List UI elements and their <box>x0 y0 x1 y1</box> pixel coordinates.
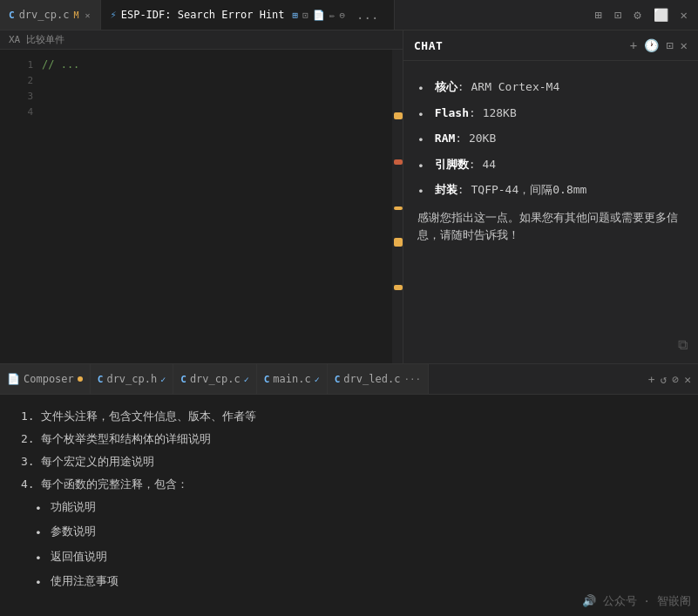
sub-item-1: • 功能说明 <box>35 498 681 518</box>
bullet-dot: • <box>35 549 42 568</box>
label-ram: RAM <box>435 132 455 145</box>
editor-content[interactable]: 1 // ... 2 3 4 <box>0 50 403 363</box>
item-number: 2 <box>21 432 28 445</box>
composer-icon: 📄 <box>7 373 20 385</box>
item-number: 4 <box>21 477 28 491</box>
ellipsis-icon: ··· <box>403 374 421 385</box>
bottom-tab-composer[interactable]: 📄 Composer <box>0 364 91 394</box>
sub-item-4: • 使用注意事项 <box>35 572 681 592</box>
top-bar: C drv_cp.c M ✕ ⚡ ESP-IDF: Search Error H… <box>0 0 698 30</box>
value-ram: 20KB <box>469 132 496 145</box>
tab-label: ESP-IDF: Search Error Hint <box>121 9 285 21</box>
chat-content[interactable]: • 核心: ARM Cortex-M4 • Flash: 128KB • RAM… <box>403 61 698 363</box>
tab-tools-icon: ⊞ <box>293 10 299 21</box>
sub-text: 返回值说明 <box>51 547 107 566</box>
add-chat-icon[interactable]: + <box>630 38 637 52</box>
c-icon: C <box>264 374 270 385</box>
tab-label: drv_cp.c <box>190 373 241 385</box>
refresh-icon[interactable]: ↺ <box>661 373 668 386</box>
editor-title: XA 比较单件 <box>0 30 403 50</box>
bullet-dot: • <box>417 106 424 124</box>
value-package: TQFP-44，间隔0.8mm <box>471 183 586 196</box>
add-tab-icon[interactable]: + <box>648 373 655 386</box>
tab-close[interactable]: ✕ <box>83 10 91 21</box>
scroll-marker-orange <box>394 159 403 165</box>
bullet-dot: • <box>417 132 424 149</box>
tab-split-icon: ⊖ <box>339 10 345 21</box>
tab-modified-marker: M <box>73 10 78 20</box>
columns-icon[interactable]: ⊡ <box>611 6 625 24</box>
settings-icon[interactable]: ⚙ <box>630 6 644 24</box>
c-icon: C <box>9 10 15 21</box>
close-panel-icon[interactable]: ✕ <box>684 373 691 386</box>
item-text: 文件头注释，包含文件信息、版本、作者等 <box>41 410 256 423</box>
expand-icon[interactable]: ⊡ <box>666 38 673 52</box>
grid-icon[interactable]: ⊞ <box>591 6 605 24</box>
bullet-package: • 封装: TQFP-44，间隔0.8mm <box>417 181 684 200</box>
label-package: 封装 <box>435 183 457 196</box>
bullet-pins: • 引脚数: 44 <box>417 156 684 175</box>
label-flash: Flash <box>435 106 469 119</box>
check-icon: ✓ <box>315 375 320 384</box>
scroll-indicator <box>392 50 403 363</box>
chat-header: CHAT + 🕐 ⊡ ✕ <box>403 30 698 61</box>
chat-title: CHAT <box>414 39 630 52</box>
tab-area: C drv_cp.c M ✕ ⚡ ESP-IDF: Search Error H… <box>0 0 584 30</box>
bottom-tabs: 📄 Composer C drv_cp.h ✓ C drv_cp.c ✓ C m… <box>0 364 698 395</box>
value-flash: 128KB <box>483 106 517 119</box>
c-icon: C <box>335 374 341 385</box>
item-text: 每个函数的完整注释，包含： <box>41 477 188 491</box>
c-icon: C <box>180 374 186 385</box>
bullet-dot: • <box>417 183 424 200</box>
tab-label: drv_led.c <box>343 373 400 385</box>
sub-item-2: • 参数说明 <box>35 522 681 543</box>
tab-doc-icon: 📄 <box>313 10 325 21</box>
bullet-flash: • Flash: 128KB <box>417 105 684 124</box>
chat-footer-text: 感谢您指出这一点。如果您有其他问题或需要更多信息，请随时告诉我！ <box>417 209 684 246</box>
sub-item-3: • 返回值说明 <box>35 547 681 568</box>
scroll-marker-yellow2 <box>394 206 403 210</box>
bottom-tab-main-c[interactable]: C main.c ✓ <box>257 364 328 394</box>
chat-message: • 核心: ARM Cortex-M4 • Flash: 128KB • RAM… <box>417 78 684 245</box>
list-item-2: 2. 每个枚举类型和结构体的详细说明 <box>17 430 681 449</box>
list-item-4: 4. 每个函数的完整注释，包含： <box>17 475 681 494</box>
tab-drv-cp-c[interactable]: C drv_cp.c M ✕ <box>0 0 101 30</box>
sub-text: 功能说明 <box>51 498 96 517</box>
scroll-marker-yellow4 <box>394 285 403 290</box>
tab-esp-idf[interactable]: ⚡ ESP-IDF: Search Error Hint ⊞ ⊡ 📄 ✏ ⊖ .… <box>101 0 395 30</box>
item-text: 每个宏定义的用途说明 <box>41 455 154 468</box>
tab-dot <box>78 376 83 382</box>
bottom-tab-drv-cp-h[interactable]: C drv_cp.h ✓ <box>91 364 173 394</box>
list-item-1: 1. 文件头注释，包含文件信息、版本、作者等 <box>17 407 681 426</box>
scroll-marker-yellow3 <box>394 238 403 247</box>
bullet-dot: • <box>35 573 42 592</box>
main-area: XA 比较单件 1 // ... 2 3 4 <box>0 30 698 363</box>
bullet-dot: • <box>35 499 42 518</box>
esp-idf-icon: ⚡ <box>110 9 116 21</box>
value-pins: 44 <box>482 158 496 171</box>
check-icon: ✓ <box>160 375 166 384</box>
item-number: 3 <box>21 455 28 468</box>
code-line: 2 <box>0 72 403 88</box>
scroll-marker-yellow <box>394 112 403 119</box>
editor-title-text: XA 比较单件 <box>9 33 64 46</box>
bottom-panel: 📄 Composer C drv_cp.h ✓ C drv_cp.c ✓ C m… <box>0 363 698 616</box>
close-icon[interactable]: ✕ <box>677 6 691 24</box>
bullet-dot: • <box>35 524 42 543</box>
top-right-icons: ⊞ ⊡ ⚙ ⬜ ✕ <box>584 6 698 24</box>
bullet-dot: • <box>417 80 424 98</box>
history-icon[interactable]: 🕐 <box>644 38 659 52</box>
tab-more-button[interactable]: ... <box>349 8 385 22</box>
stop-icon[interactable]: ⊘ <box>672 373 679 386</box>
bottom-tab-drv-led-c[interactable]: C drv_led.c ··· <box>328 364 430 394</box>
value-core: ARM Cortex-M4 <box>471 80 559 93</box>
close-chat-icon[interactable]: ✕ <box>681 38 688 52</box>
bottom-content[interactable]: 1. 文件头注释，包含文件信息、版本、作者等 2. 每个枚举类型和结构体的详细说… <box>0 395 698 616</box>
bottom-tab-drv-cp-c[interactable]: C drv_cp.c ✓ <box>173 364 256 394</box>
maximize-icon[interactable]: ⬜ <box>650 6 672 24</box>
tab-label: main.c <box>273 373 310 385</box>
label-core: 核心 <box>435 80 457 93</box>
copy-icon[interactable]: ⧉ <box>678 336 688 353</box>
item-number: 1 <box>21 410 28 423</box>
list-item-3: 3. 每个宏定义的用途说明 <box>17 452 681 471</box>
